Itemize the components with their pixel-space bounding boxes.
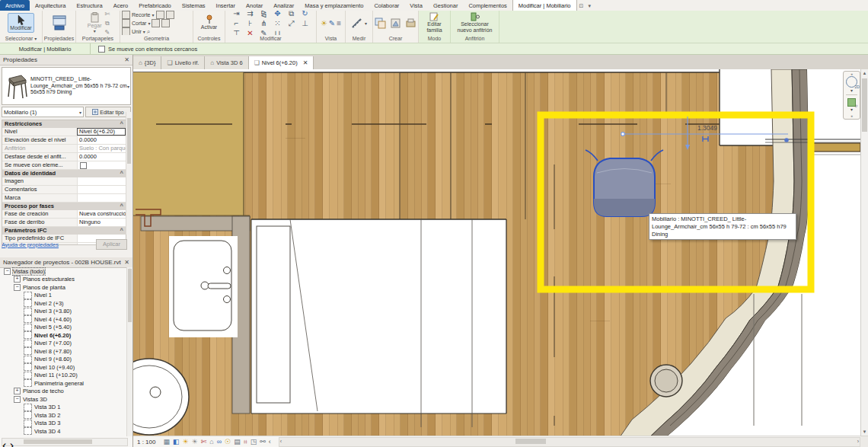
dimension-value[interactable]: 1.3049 <box>697 124 717 132</box>
temporary-hide-isolate-icon[interactable]: ∞ <box>217 437 222 446</box>
chevron-down-icon[interactable]: ▾ <box>850 107 853 112</box>
tree-item-vista-3d-2[interactable]: Vista 3D 2 <box>0 411 128 420</box>
vertical-scrollbar[interactable]: ▲ ▼ <box>860 69 868 436</box>
steering-wheel-icon[interactable]: 2D <box>846 76 857 88</box>
tree-vertical-scrollbar[interactable]: ▲ <box>126 267 132 436</box>
view-tab-nivel-6-6-20-[interactable]: ❏Nivel 6(+6.20)✕ <box>249 56 314 69</box>
ribbon-tab-contextual[interactable]: Modificar | Mobiliario <box>512 0 577 11</box>
ribbon-tab-insertar[interactable]: Insertar <box>211 0 241 11</box>
tree-item-vista-3d-4[interactable]: Vista 3D 4 <box>0 427 128 436</box>
join-geometry-button[interactable]: Unir▾⌕ <box>122 27 150 36</box>
sun-path-icon[interactable]: ☀ <box>183 437 189 446</box>
ribbon-tab-prefabricado[interactable]: Prefabricado <box>133 0 177 11</box>
chevron-down-icon[interactable]: ▾ <box>586 2 593 11</box>
property-value[interactable]: 0.0000 <box>77 153 126 161</box>
panel-label-anfitrion[interactable]: Anfitrión <box>451 35 499 43</box>
geometry-extra-icon[interactable] <box>152 19 160 27</box>
tree-item-nivel-5-5-40-[interactable]: Nivel 5 (+5.40) <box>0 324 128 332</box>
property-value[interactable] <box>77 177 126 185</box>
mirror-icon[interactable]: ⧎ <box>260 11 266 18</box>
scale-icon[interactable]: ⤢ <box>289 19 295 27</box>
paste-button[interactable]: Pegar ▾ <box>86 11 104 35</box>
ribbon-tab-colaborar[interactable]: Colaborar <box>369 0 404 11</box>
scroll-right-icon[interactable]: › <box>10 439 14 447</box>
tree-item-nivel-6-6-20-[interactable]: Nivel 6(+6.20) <box>0 331 128 340</box>
copy-icon[interactable]: ⧉ <box>104 19 110 27</box>
edit-type-button[interactable]: Editar tipo <box>85 107 131 117</box>
scroll-down-icon[interactable]: ▼ <box>861 429 868 434</box>
tree-item-vistas-todo-[interactable]: −Vistas (todo) <box>0 267 128 276</box>
pick-new-host-button[interactable]: Seleccionar nuevo anfitrión <box>452 11 497 34</box>
geometry-extra-icon[interactable] <box>161 19 170 27</box>
ribbon-tab-archivo[interactable]: Archivo <box>0 0 30 11</box>
ribbon-tab-complementos[interactable]: Complementos <box>463 0 512 11</box>
ribbon-tab-acero[interactable]: Acero <box>108 0 134 11</box>
create-similar-icon[interactable] <box>390 18 401 29</box>
tree-item-planimetr-a-general[interactable]: Planimetría general <box>0 379 128 388</box>
properties-icon[interactable] <box>52 15 67 30</box>
linework-icon[interactable]: ✎ <box>329 19 335 27</box>
edit-family-button[interactable]: Editar familia <box>420 11 448 34</box>
modify-tool-button[interactable]: Modificar <box>8 13 34 33</box>
geometry-extra-icon[interactable] <box>156 11 164 19</box>
property-value[interactable] <box>77 186 126 193</box>
chevron-down-icon[interactable]: ▾ <box>365 21 367 26</box>
property-value[interactable]: Nivel 6(+6.20) <box>77 128 126 136</box>
cut-icon[interactable]: ✄ <box>104 11 110 18</box>
reveal-hidden-icon[interactable]: ☉ <box>225 437 231 446</box>
properties-help-link[interactable]: Ayuda de propiedades <box>2 241 59 248</box>
scroll-right-icon[interactable]: › <box>857 439 859 444</box>
expand-icon[interactable]: + <box>14 388 21 394</box>
tree-item-nivel-1[interactable]: Nivel 1 <box>0 292 128 300</box>
properties-scrollbar[interactable] <box>126 112 132 235</box>
tree-item-planos-de-techo[interactable]: +Planos de techo <box>0 388 128 396</box>
lightbulb-icon[interactable]: ☀ <box>321 19 327 27</box>
ribbon-tab-analizar[interactable]: Analizar <box>268 0 299 11</box>
tree-item-nivel-2-3-[interactable]: Nivel 2 (+3) <box>0 299 128 308</box>
ribbon-tab-sistemas[interactable]: Sistemas <box>177 0 211 11</box>
moves-with-nearby-checkbox[interactable] <box>98 46 105 53</box>
temporary-view-properties-icon[interactable]: ▤ <box>234 437 241 446</box>
property-value[interactable] <box>77 161 126 169</box>
collapse-icon[interactable]: − <box>4 268 11 275</box>
create-assembly-icon[interactable] <box>405 18 416 29</box>
hide-analytical-icon[interactable]: ⌗ <box>244 437 247 446</box>
properties-section-header[interactable]: Proceso por fases^ <box>2 203 126 210</box>
ribbon-display-icon[interactable]: ⊡ <box>577 2 586 11</box>
array-icon[interactable]: ⁙ <box>274 19 280 27</box>
ribbon-tab-vista[interactable]: Vista <box>404 0 428 11</box>
type-selector[interactable]: MINOTTI_CREED_ Little-Lounge_Armchair_cm… <box>2 67 131 105</box>
unpin-icon[interactable]: ⊤ <box>233 29 240 36</box>
detail-level-icon[interactable]: ▦ <box>163 437 170 446</box>
tree-item-planos-de-planta[interactable]: −Planos de planta <box>0 283 128 292</box>
panel-label-crear[interactable]: Crear <box>373 35 418 43</box>
zoom-region-icon[interactable]: ⌕ <box>847 98 856 107</box>
close-icon[interactable]: ✕ <box>124 259 129 266</box>
panel-label-portapapeles[interactable]: Portapapeles <box>76 35 120 43</box>
collapse-icon[interactable]: − <box>14 396 21 403</box>
horizontal-scrollbar[interactable]: ‹ › <box>279 437 860 447</box>
delete-icon[interactable]: ✕ <box>247 29 253 36</box>
chevron-down-icon[interactable]: ▾ <box>127 84 129 89</box>
tree-item-vista-3d-3[interactable]: Vista 3D 3 <box>0 420 128 428</box>
panel-label-geometria[interactable]: Geometría <box>120 35 193 43</box>
properties-section-header[interactable]: Parámetros IFC^ <box>2 227 126 235</box>
chevron-down-icon[interactable]: ▾ <box>850 88 853 93</box>
property-value[interactable]: Ninguno <box>77 219 126 226</box>
measure-icon[interactable] <box>351 17 363 29</box>
trim-icon[interactable]: ⌐ <box>235 19 239 27</box>
collapse-icon[interactable]: − <box>14 284 21 291</box>
ribbon-tab-gestionar[interactable]: Gestionar <box>428 0 464 11</box>
close-icon[interactable]: ✕ <box>303 59 308 66</box>
armchair-element[interactable] <box>586 150 663 216</box>
panel-label-propiedades[interactable]: Propiedades <box>43 35 75 43</box>
tree-item-vistas-3d[interactable]: −Vistas 3D <box>0 395 128 404</box>
tree-item-nivel-8-7-80-[interactable]: Nivel 8 (+7.80) <box>0 347 128 356</box>
crop-view-icon[interactable]: ✄ <box>201 437 207 446</box>
panel-label-seleccionar[interactable]: Seleccionar ▾ <box>0 35 42 43</box>
scroll-up-icon[interactable]: ▲ <box>861 71 868 75</box>
property-value[interactable] <box>77 194 126 202</box>
close-icon[interactable]: ✕ <box>124 56 129 63</box>
scale-button[interactable]: 1 : 100 <box>137 439 155 445</box>
panel-label-vista[interactable]: Vista <box>317 35 345 43</box>
